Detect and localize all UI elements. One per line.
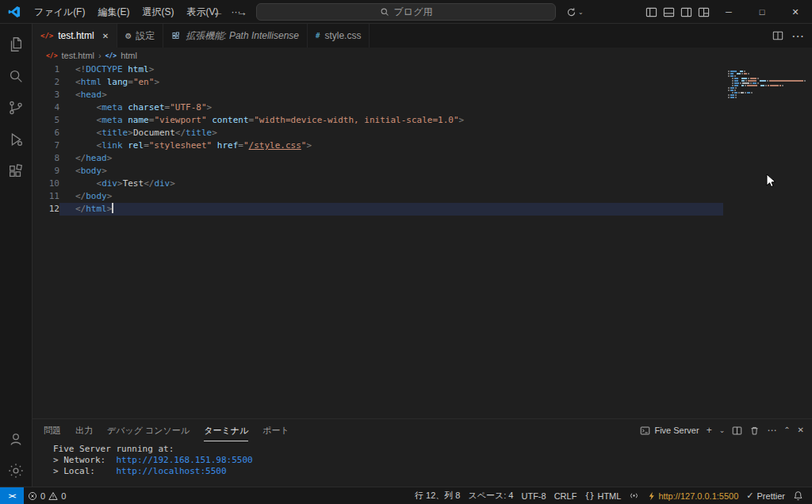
minimize-button[interactable]: ─	[712, 0, 745, 24]
code-line[interactable]: 8</head>	[33, 152, 812, 165]
search-icon[interactable]	[0, 60, 33, 92]
problems-status[interactable]: 0 0	[24, 487, 70, 504]
line-number: 7	[33, 139, 59, 152]
line-number: 10	[33, 178, 59, 190]
code-line[interactable]: 9<body>	[33, 165, 812, 178]
maximize-panel-icon[interactable]: ⌃	[783, 426, 790, 434]
notifications-bell-icon[interactable]	[789, 487, 807, 504]
panel-tab-problems[interactable]: 問題	[44, 419, 61, 441]
code-text: <div>Test</div>	[59, 178, 723, 190]
code-line[interactable]: 2<html lang="en">	[33, 76, 812, 89]
terminal-output[interactable]: Five Server running at:> Network: http:/…	[33, 441, 812, 487]
panel-tab-ports[interactable]: ポート	[262, 419, 289, 441]
code-editor[interactable]: 1<!DOCTYPE html>2<html lang="en">3<head>…	[33, 63, 812, 418]
customize-layout-icon[interactable]	[695, 0, 712, 24]
tab-extension-path-intellisense[interactable]: 拡張機能: Path Intellisense	[163, 24, 308, 48]
tab-test-html[interactable]: </> test.html ✕	[33, 24, 117, 48]
close-panel-icon[interactable]: ✕	[798, 426, 804, 434]
command-center-search[interactable]: ブログ用	[256, 3, 556, 21]
split-editor-icon[interactable]	[772, 30, 783, 41]
panel-actions: Five Server + ⌄	[640, 426, 804, 436]
extensions-icon[interactable]	[0, 155, 33, 187]
panel-tab-terminal[interactable]: ターミナル	[204, 419, 248, 441]
split-terminal-icon[interactable]	[732, 426, 742, 436]
status-bar-right: 行 12、列 8 スペース: 4 UTF-8 CRLF {} HTML http…	[411, 487, 812, 504]
extensions-icon	[171, 31, 181, 40]
code-line[interactable]: 1<!DOCTYPE html>	[33, 63, 812, 76]
code-line[interactable]: 3<head>	[33, 89, 812, 101]
code-line[interactable]: 12</html>	[33, 203, 812, 216]
more-actions-icon[interactable]: ⋯	[767, 426, 776, 435]
tab-label: style.css	[324, 30, 361, 41]
minimap[interactable]	[728, 66, 801, 94]
code-text: <meta charset="UTF-8">	[59, 101, 723, 114]
editor-workbench: </> test.html ✕ ⚙ 設定 拡張機能: Path Inte	[33, 24, 812, 487]
line-number: 11	[33, 190, 59, 203]
new-terminal-icon[interactable]: +	[707, 426, 712, 435]
menu-file[interactable]: ファイル(F)	[28, 0, 91, 24]
terminal-profile-dropdown-icon[interactable]: ⌄	[719, 427, 726, 434]
terminal-line: > Network: http://192.168.151.98:5500	[53, 455, 812, 466]
code-line[interactable]: 6 <title>Document</title>	[33, 127, 812, 139]
toggle-sidebar-icon[interactable]	[642, 0, 660, 24]
code-text: <body>	[59, 165, 723, 178]
source-control-icon[interactable]	[0, 92, 33, 124]
code-line[interactable]: 10 <div>Test</div>	[33, 178, 812, 190]
close-button[interactable]: ✕	[779, 0, 812, 24]
run-debug-icon[interactable]	[0, 124, 33, 155]
eol-status[interactable]: CRLF	[550, 487, 581, 504]
breadcrumb-symbol[interactable]: html	[121, 51, 137, 60]
html-file-icon: </>	[46, 52, 57, 59]
close-tab-icon[interactable]: ✕	[102, 32, 109, 40]
settings-gear-icon[interactable]	[0, 455, 33, 487]
indentation-status[interactable]: スペース: 4	[464, 487, 517, 504]
terminal-instance-item[interactable]: Five Server	[640, 426, 699, 436]
more-actions-icon[interactable]: ⋯	[791, 29, 804, 44]
five-server-status[interactable]: http://127.0.0.1:5500	[643, 487, 742, 504]
breadcrumb-file[interactable]: test.html	[61, 51, 94, 60]
remote-indicator-icon[interactable]: ><	[0, 487, 24, 504]
go-back-icon[interactable]: ←	[213, 6, 224, 18]
code-line[interactable]: 5 <meta name="viewport" content="width=d…	[33, 114, 812, 127]
encoding-status[interactable]: UTF-8	[517, 487, 550, 504]
prettier-status[interactable]: ✓ Prettier	[742, 487, 789, 504]
history-navigation: ← →	[213, 0, 247, 24]
explorer-icon[interactable]	[0, 29, 33, 60]
terminal-text: Five Server running at:	[53, 444, 174, 454]
search-icon	[380, 7, 389, 17]
code-text: <html lang="en">	[59, 76, 723, 89]
activity-bar	[0, 24, 33, 487]
workbench-main: </> test.html ✕ ⚙ 設定 拡張機能: Path Inte	[0, 24, 812, 487]
terminal-text: > Network:	[53, 455, 116, 465]
code-line[interactable]: 7 <link rel="stylesheet" href="/style.cs…	[33, 139, 812, 152]
panel-tab-debug-console[interactable]: デバッグ コンソール	[107, 419, 190, 441]
tab-settings[interactable]: ⚙ 設定	[117, 24, 163, 48]
reload-dropdown-button[interactable]: ⌄	[566, 0, 584, 24]
status-bar: >< 0 0 行 12、列 8 スペース: 4 UTF-8 CRLF {} HT	[0, 487, 812, 504]
menu-edit[interactable]: 編集(E)	[91, 0, 136, 24]
go-forward-icon[interactable]: →	[236, 6, 247, 18]
code-text: <link rel="stylesheet" href="/style.css"…	[59, 139, 723, 152]
settings-gear-icon: ⚙	[125, 30, 131, 41]
terminal-link[interactable]: http://192.168.151.98:5500	[116, 455, 252, 465]
tab-style-css[interactable]: # style.css	[308, 24, 370, 48]
toggle-secondary-sidebar-icon[interactable]	[677, 0, 695, 24]
kill-terminal-icon[interactable]	[749, 426, 760, 436]
account-icon[interactable]	[0, 423, 33, 455]
terminal-link[interactable]: http://localhost:5500	[116, 466, 226, 476]
code-line[interactable]: 4 <meta charset="UTF-8">	[33, 101, 812, 114]
language-mode-status[interactable]: {} HTML	[580, 487, 625, 504]
maximize-button[interactable]: □	[745, 0, 779, 24]
editor-tab-bar: </> test.html ✕ ⚙ 設定 拡張機能: Path Inte	[33, 24, 812, 48]
chevron-right-icon: ›	[98, 51, 102, 60]
terminal-name: Five Server	[654, 426, 699, 435]
broadcast-status[interactable]	[625, 487, 643, 504]
css-file-icon: #	[316, 32, 320, 40]
toggle-panel-icon[interactable]	[660, 0, 677, 24]
code-line[interactable]: 11</body>	[33, 190, 812, 203]
panel-tab-output[interactable]: 出力	[75, 419, 93, 441]
cursor-position-status[interactable]: 行 12、列 8	[411, 487, 464, 504]
tab-label: 拡張機能: Path Intellisense	[186, 29, 299, 43]
menu-selection[interactable]: 選択(S)	[136, 0, 180, 24]
formatter-label: Prettier	[757, 491, 785, 501]
